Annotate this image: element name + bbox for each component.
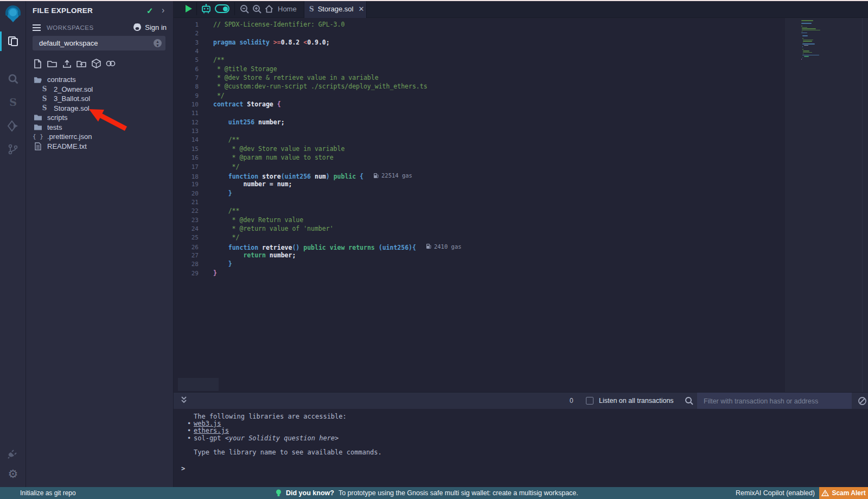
- code-line-10[interactable]: 10contract Storage {: [174, 100, 785, 109]
- terminal-collapse-button[interactable]: [180, 396, 188, 407]
- tree-item-2-owner-sol[interactable]: S2_Owner.sol: [26, 85, 173, 94]
- remix-ai-assistant-button[interactable]: [201, 4, 212, 16]
- link-icon[interactable]: [106, 59, 116, 68]
- code-line-4[interactable]: 4: [174, 47, 785, 55]
- code-line-17[interactable]: 17 */: [174, 162, 785, 171]
- code-line-3[interactable]: 3pragma solidity >=0.8.2 <0.9.0;: [174, 38, 785, 47]
- code-line-21[interactable]: 21: [174, 198, 785, 206]
- initialize-git-repo-button[interactable]: Initialize as git repo: [20, 489, 76, 497]
- sidebar-item-git[interactable]: [0, 138, 26, 160]
- listen-all-transactions-checkbox[interactable]: [586, 397, 593, 405]
- code-line-26[interactable]: 26 function retrieve() public view retur…: [174, 242, 785, 251]
- toolbar-separator: [234, 2, 235, 15]
- code-line-18[interactable]: 18 function store(uint256 num) public {2…: [174, 171, 785, 180]
- zoom-out-button[interactable]: [240, 4, 250, 16]
- sidebar-item-solidity-compiler[interactable]: S: [0, 91, 26, 113]
- terminal[interactable]: The following libraries are accessible:•…: [174, 409, 868, 487]
- panel-expand-chevron-icon[interactable]: ›: [162, 5, 164, 15]
- file-explorer-panel: FILE EXPLORER ✓ › WORKSPACES Sign in def…: [26, 0, 174, 487]
- code-line-25[interactable]: 25 */: [174, 233, 785, 242]
- workspace-name: default_workspace: [39, 39, 98, 47]
- tree-item-contracts[interactable]: contracts: [26, 75, 173, 85]
- code-line-20[interactable]: 20 }: [174, 189, 785, 198]
- code-line-19[interactable]: 19 number = num;: [174, 180, 785, 188]
- gas-estimate: 22514 gas: [373, 171, 412, 180]
- code-line-16[interactable]: 16 * @param num value to store: [174, 153, 785, 162]
- tree-item-scripts[interactable]: scripts: [26, 113, 173, 123]
- workspaces-menu-icon[interactable]: [33, 24, 41, 31]
- tree-item-3-ballot-sol[interactable]: S3_Ballot.sol: [26, 94, 173, 104]
- line-number: 28: [174, 260, 199, 269]
- clear-console-button[interactable]: [858, 396, 867, 407]
- code-line-27[interactable]: 27 return number;: [174, 251, 785, 260]
- folder-icon: [34, 124, 42, 131]
- code-line-29[interactable]: 29}: [174, 269, 785, 277]
- code-line-11[interactable]: 11: [174, 109, 785, 117]
- file-explorer-header: FILE EXPLORER ✓ ›: [26, 4, 173, 17]
- terminal-link[interactable]: ethers.js: [194, 427, 229, 434]
- line-number: 17: [174, 163, 199, 172]
- new-file-icon[interactable]: [33, 59, 42, 68]
- run-script-play-button[interactable]: [186, 5, 192, 12]
- code-line-7[interactable]: 7 * @dev Store & retrieve value in a var…: [174, 73, 785, 82]
- code-line-2[interactable]: 2: [174, 29, 785, 37]
- ipfs-box-icon[interactable]: [91, 59, 101, 68]
- editor-scrollbar[interactable]: [862, 18, 863, 392]
- code-line-5[interactable]: 5/**: [174, 55, 785, 64]
- code-line-1[interactable]: 1// SPDX-License-Identifier: GPL-3.0: [174, 20, 785, 29]
- transaction-filter-input[interactable]: [697, 393, 852, 409]
- plugin-plug-icon: [7, 447, 19, 459]
- line-number: 21: [174, 198, 199, 207]
- copilot-status[interactable]: RemixAI Copilot (enabled): [736, 489, 815, 497]
- terminal-link[interactable]: web3.js: [194, 420, 221, 427]
- copilot-toggle[interactable]: [215, 4, 229, 13]
- terminal-prompt[interactable]: >: [181, 465, 185, 472]
- code-line-6[interactable]: 6 * @title Storage: [174, 65, 785, 73]
- code-editor[interactable]: 1// SPDX-License-Identifier: GPL-3.023pr…: [174, 18, 868, 392]
- line-number: 27: [174, 251, 199, 260]
- window-top-border: [0, 0, 868, 1]
- upload-file-icon[interactable]: [62, 59, 72, 68]
- line-number: 11: [174, 109, 199, 118]
- tree-item-readme-txt[interactable]: README.txt: [26, 142, 173, 151]
- tab-close-icon[interactable]: ✕: [358, 5, 364, 13]
- upload-folder-icon[interactable]: [76, 59, 86, 68]
- tab-storage-sol[interactable]: S Storage.sol ✕: [304, 0, 367, 18]
- minimap-panel[interactable]: [785, 18, 868, 392]
- code-line-12[interactable]: 12 uint256 number;: [174, 118, 785, 127]
- tree-item-storage-sol[interactable]: SStorage.sol: [26, 104, 173, 113]
- horizontal-scrollbar-thumb[interactable]: [178, 378, 219, 391]
- code-line-28[interactable]: 28 }: [174, 260, 785, 268]
- code-line-8[interactable]: 8 * @custom:dev-run-script ./scripts/dep…: [174, 82, 785, 91]
- json-braces-icon: { }: [33, 133, 43, 140]
- workspace-select[interactable]: default_workspace ▲▼: [33, 36, 165, 50]
- code-line-23[interactable]: 23 * @dev Return value: [174, 216, 785, 224]
- code-line-22[interactable]: 22 /**: [174, 206, 785, 215]
- sidebar-item-deploy-run[interactable]: [0, 115, 26, 137]
- tree-item-label: contracts: [47, 75, 76, 84]
- line-number: 15: [174, 145, 199, 154]
- home-tab-label: Home: [278, 5, 297, 13]
- line-number: 9: [174, 92, 199, 100]
- sidebar-item-settings[interactable]: ⚙: [0, 463, 26, 485]
- sidebar-item-file-explorer[interactable]: [0, 30, 26, 52]
- new-folder-icon[interactable]: [47, 59, 57, 68]
- tab-home[interactable]: Home: [259, 0, 302, 18]
- remix-logo[interactable]: [0, 3, 26, 25]
- scam-alert-button[interactable]: Scam Alert: [819, 487, 868, 499]
- search-icon: [685, 396, 694, 406]
- tree-item-label: Storage.sol: [54, 104, 90, 112]
- sidebar-item-search[interactable]: [0, 68, 26, 90]
- code-line-24[interactable]: 24 * @return value of 'number': [174, 224, 785, 233]
- terminal-search-button[interactable]: [685, 396, 694, 407]
- code-line-15[interactable]: 15 * @dev Store value in variable: [174, 144, 785, 153]
- tree-item--prettierrc-json[interactable]: { }.prettierrc.json: [26, 132, 173, 142]
- github-sign-in-button[interactable]: Sign in: [133, 23, 167, 31]
- main-area: Home S Storage.sol ✕ 1// SPDX-License-Id…: [174, 0, 868, 487]
- compile-check-icon[interactable]: ✓: [146, 6, 154, 16]
- code-line-13[interactable]: 13: [174, 127, 785, 135]
- tree-item-tests[interactable]: tests: [26, 123, 173, 132]
- code-line-14[interactable]: 14 /**: [174, 135, 785, 144]
- code-line-9[interactable]: 9 */: [174, 91, 785, 100]
- sidebar-item-plugin-manager[interactable]: [0, 443, 26, 464]
